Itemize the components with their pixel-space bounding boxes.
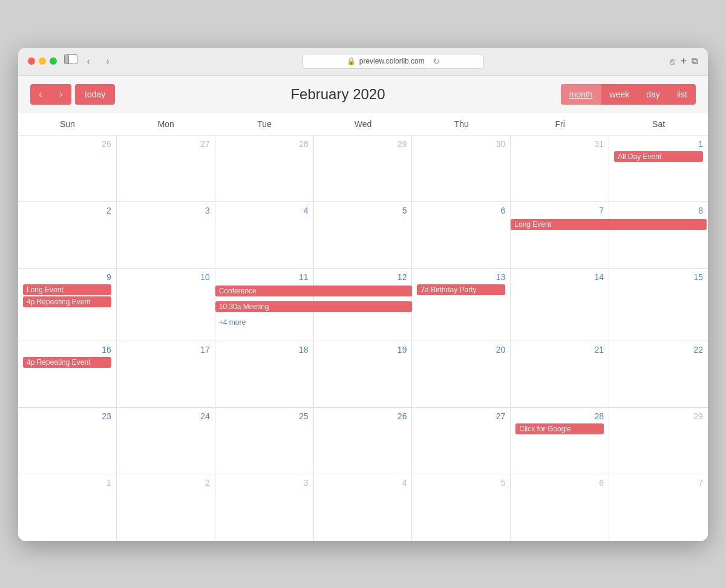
day-feb6[interactable]: 6	[412, 202, 511, 268]
event-long-week2[interactable]: Long Event	[511, 219, 707, 230]
day-number: 7	[614, 478, 703, 488]
day-jan30[interactable]: 30	[412, 136, 511, 201]
event-google[interactable]: Click for Google	[515, 423, 604, 434]
day-number: 15	[614, 272, 703, 282]
more-link[interactable]: +4 more	[219, 318, 246, 327]
calendar-weeks: 26 27 28 29 30 31	[18, 136, 708, 541]
fullscreen-traffic-light[interactable]	[50, 57, 57, 65]
url-bar[interactable]: 🔒 preview.colorlib.com ↻	[302, 54, 484, 69]
month-view-button[interactable]: month	[561, 84, 601, 105]
day-jan27[interactable]: 27	[117, 136, 215, 201]
day-number: 5	[417, 478, 505, 488]
day-number: 29	[614, 411, 703, 421]
day-feb24[interactable]: 24	[117, 408, 215, 474]
event-conference[interactable]: Conference	[215, 286, 412, 296]
day-jan31[interactable]: 31	[511, 136, 609, 201]
event-long-week3[interactable]: Long Event	[23, 284, 111, 295]
day-feb18[interactable]: 18	[215, 341, 314, 407]
day-feb22[interactable]: 22	[609, 341, 708, 407]
day-feb27[interactable]: 27	[412, 408, 511, 474]
event-repeating-16[interactable]: 4p Repeating Event	[23, 357, 111, 368]
close-traffic-light[interactable]	[28, 57, 35, 65]
day-feb2[interactable]: 2	[18, 202, 117, 268]
day-feb8[interactable]: 8	[609, 202, 708, 268]
day-header-tue: Tue	[215, 113, 314, 135]
day-feb4[interactable]: 4	[215, 202, 314, 268]
event-repeating-9[interactable]: 4p Repeating Event	[23, 296, 111, 307]
reload-icon[interactable]: ↻	[433, 57, 440, 66]
day-feb15[interactable]: 15	[609, 269, 708, 341]
day-mar4[interactable]: 4	[314, 474, 413, 541]
day-feb23[interactable]: 23	[18, 408, 117, 474]
day-feb17[interactable]: 17	[117, 341, 215, 407]
browser-actions: ⎋ + ⧉	[670, 55, 698, 68]
week-row-6: 1 2 3 4 5 6	[18, 474, 708, 541]
day-number: 14	[515, 272, 604, 282]
list-view-button[interactable]: list	[669, 84, 696, 105]
event-birthday[interactable]: 7a Birthday Party	[417, 284, 505, 295]
day-feb21[interactable]: 21	[511, 341, 609, 407]
day-feb9[interactable]: 9 Long Event 4p Repeating Event	[18, 269, 117, 341]
day-feb10[interactable]: 10	[117, 269, 215, 341]
back-button[interactable]: ‹	[80, 54, 97, 68]
day-header-wed: Wed	[314, 113, 413, 135]
sidebar-toggle-icon[interactable]	[64, 54, 77, 64]
day-number: 3	[220, 478, 309, 488]
day-header-sun: Sun	[18, 113, 117, 135]
day-feb26[interactable]: 26	[314, 408, 413, 474]
url-text: preview.colorlib.com	[359, 57, 425, 65]
day-mar6[interactable]: 6	[511, 474, 609, 541]
day-mar3[interactable]: 3	[215, 474, 314, 541]
day-number: 25	[220, 411, 309, 421]
new-tab-icon[interactable]: +	[680, 55, 687, 68]
minimize-traffic-light[interactable]	[39, 57, 46, 65]
day-feb11[interactable]: 11 Conference 10:30a Meeting +4 more	[215, 269, 314, 341]
day-header-thu: Thu	[412, 113, 511, 135]
day-mar7[interactable]: 7	[609, 474, 708, 541]
calendar-app: ‹ › today February 2020 month week day l…	[18, 76, 708, 541]
week-row-5: 23 24 25 26 27 28	[18, 408, 708, 474]
day-mar2[interactable]: 2	[117, 474, 215, 541]
day-number: 6	[417, 206, 505, 215]
day-number: 27	[417, 411, 505, 421]
event-all-day[interactable]: All Day Event	[614, 151, 703, 162]
day-feb5[interactable]: 5	[314, 202, 413, 268]
forward-button[interactable]: ›	[99, 54, 116, 68]
tabs-icon[interactable]: ⧉	[692, 56, 698, 67]
day-jan26[interactable]: 26	[18, 136, 117, 201]
address-bar: 🔒 preview.colorlib.com ↻	[123, 54, 662, 69]
day-jan28[interactable]: 28	[215, 136, 314, 201]
day-number: 4	[220, 206, 309, 215]
today-button[interactable]: today	[75, 84, 115, 105]
day-feb3[interactable]: 3	[117, 202, 215, 268]
day-number: 1	[614, 139, 703, 149]
day-number: 2	[23, 206, 111, 215]
day-feb20[interactable]: 20	[412, 341, 511, 407]
day-header-mon: Mon	[117, 113, 215, 135]
day-feb14[interactable]: 14	[511, 269, 609, 341]
day-header-sat: Sat	[609, 113, 708, 135]
day-mar1b[interactable]: 1	[18, 474, 117, 541]
week-row-1: 26 27 28 29 30 31	[18, 136, 708, 202]
share-icon[interactable]: ⎋	[670, 56, 675, 67]
event-meeting[interactable]: 10:30a Meeting	[215, 301, 412, 312]
next-button[interactable]: ›	[51, 84, 71, 105]
day-feb25[interactable]: 25	[215, 408, 314, 474]
day-number: 8	[614, 206, 703, 215]
day-feb1[interactable]: 1 All Day Event	[609, 136, 708, 201]
day-mar1[interactable]: 29	[609, 408, 708, 474]
day-view-button[interactable]: day	[638, 84, 669, 105]
day-feb28[interactable]: 28 Click for Google	[511, 408, 609, 474]
day-number: 29	[319, 139, 407, 149]
week-view-button[interactable]: week	[601, 84, 638, 105]
day-feb16[interactable]: 16 4p Repeating Event	[18, 341, 117, 407]
day-number: 26	[319, 411, 407, 421]
day-feb7[interactable]: 7 Long Event	[511, 202, 609, 268]
day-number: 7	[515, 206, 604, 215]
day-feb13[interactable]: 13 7a Birthday Party	[412, 269, 511, 341]
day-jan29[interactable]: 29	[314, 136, 413, 201]
prev-button[interactable]: ‹	[30, 84, 51, 105]
day-feb19[interactable]: 19	[314, 341, 413, 407]
day-mar5[interactable]: 5	[412, 474, 511, 541]
day-number: 3	[122, 206, 210, 215]
